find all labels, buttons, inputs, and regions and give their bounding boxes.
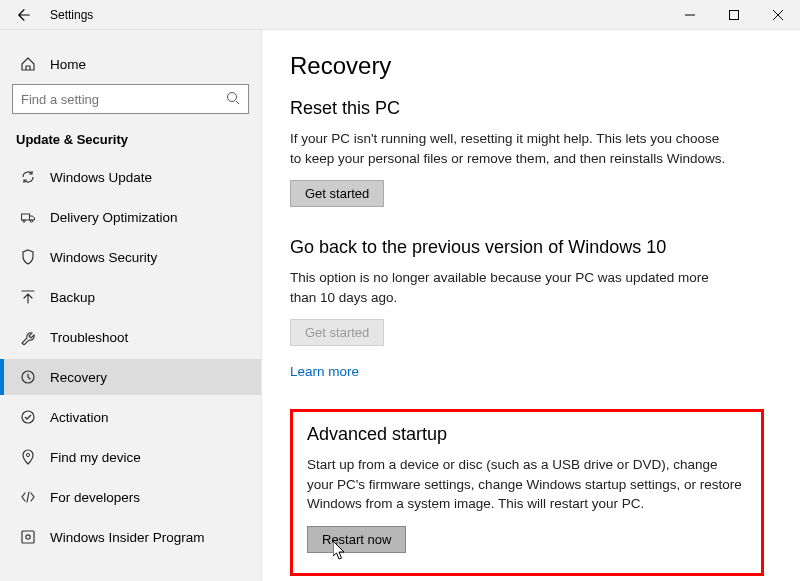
sidebar-item-label: Recovery <box>50 370 107 385</box>
svg-point-9 <box>26 535 30 539</box>
troubleshoot-icon <box>20 329 36 345</box>
svg-point-7 <box>26 453 29 456</box>
svg-point-3 <box>23 220 25 222</box>
sidebar-item-delivery-optimization[interactable]: Delivery Optimization <box>0 199 261 235</box>
section-go-back: Go back to the previous version of Windo… <box>290 237 764 379</box>
nav-list: Windows UpdateDelivery OptimizationWindo… <box>0 159 261 555</box>
svg-rect-2 <box>22 214 30 220</box>
close-button[interactable] <box>756 0 800 30</box>
reset-get-started-button[interactable]: Get started <box>290 180 384 207</box>
content-area[interactable]: Recovery Reset this PC If your PC isn't … <box>262 30 800 581</box>
back-button[interactable] <box>10 1 38 29</box>
sidebar-item-label: Activation <box>50 410 109 425</box>
sidebar-item-label: Backup <box>50 290 95 305</box>
back-arrow-icon <box>17 8 31 22</box>
svg-rect-0 <box>730 11 739 20</box>
home-nav[interactable]: Home <box>0 48 261 84</box>
sidebar-item-label: Windows Update <box>50 170 152 185</box>
window-title: Settings <box>50 8 93 22</box>
advanced-description: Start up from a device or disc (such as … <box>307 455 747 514</box>
sidebar-item-label: Delivery Optimization <box>50 210 178 225</box>
svg-point-4 <box>30 220 32 222</box>
close-icon <box>773 10 783 20</box>
sidebar-item-label: Windows Insider Program <box>50 530 205 545</box>
category-title: Update & Security <box>0 128 261 159</box>
sidebar-item-troubleshoot[interactable]: Troubleshoot <box>0 319 261 355</box>
sidebar: Home Update & Security Windows UpdateDel… <box>0 30 262 581</box>
sidebar-item-windows-update[interactable]: Windows Update <box>0 159 261 195</box>
search-container <box>12 84 249 114</box>
sidebar-item-find-my-device[interactable]: Find my device <box>0 439 261 475</box>
window-controls <box>668 0 800 30</box>
sync-icon <box>20 169 36 185</box>
search-input[interactable] <box>12 84 249 114</box>
activation-icon <box>20 409 36 425</box>
sidebar-item-for-developers[interactable]: For developers <box>0 479 261 515</box>
recovery-icon <box>20 369 36 385</box>
sidebar-item-windows-security[interactable]: Windows Security <box>0 239 261 275</box>
sidebar-item-label: For developers <box>50 490 140 505</box>
sidebar-item-backup[interactable]: Backup <box>0 279 261 315</box>
delivery-icon <box>20 209 36 225</box>
advanced-title: Advanced startup <box>307 424 747 445</box>
reset-title: Reset this PC <box>290 98 764 119</box>
insider-icon <box>20 529 36 545</box>
sidebar-item-windows-insider-program[interactable]: Windows Insider Program <box>0 519 261 555</box>
sidebar-item-activation[interactable]: Activation <box>0 399 261 435</box>
sidebar-item-label: Windows Security <box>50 250 157 265</box>
shield-icon <box>20 249 36 265</box>
svg-rect-8 <box>22 531 34 543</box>
restart-now-button[interactable]: Restart now <box>307 526 406 553</box>
minimize-button[interactable] <box>668 0 712 30</box>
reset-description: If your PC isn't running well, resetting… <box>290 129 730 168</box>
goback-title: Go back to the previous version of Windo… <box>290 237 764 258</box>
section-advanced-startup: Advanced startup Start up from a device … <box>290 409 764 576</box>
sidebar-item-label: Find my device <box>50 450 141 465</box>
goback-get-started-button: Get started <box>290 319 384 346</box>
developers-icon <box>20 489 36 505</box>
sidebar-item-recovery[interactable]: Recovery <box>0 359 261 395</box>
home-label: Home <box>50 57 86 72</box>
find-device-icon <box>20 449 36 465</box>
page-title: Recovery <box>290 52 764 80</box>
home-icon <box>20 56 36 72</box>
titlebar: Settings <box>0 0 800 30</box>
minimize-icon <box>685 10 695 20</box>
svg-point-6 <box>22 411 34 423</box>
backup-icon <box>20 289 36 305</box>
learn-more-link[interactable]: Learn more <box>290 364 359 379</box>
goback-description: This option is no longer available becau… <box>290 268 730 307</box>
maximize-button[interactable] <box>712 0 756 30</box>
maximize-icon <box>729 10 739 20</box>
sidebar-item-label: Troubleshoot <box>50 330 128 345</box>
section-reset-pc: Reset this PC If your PC isn't running w… <box>290 98 764 207</box>
